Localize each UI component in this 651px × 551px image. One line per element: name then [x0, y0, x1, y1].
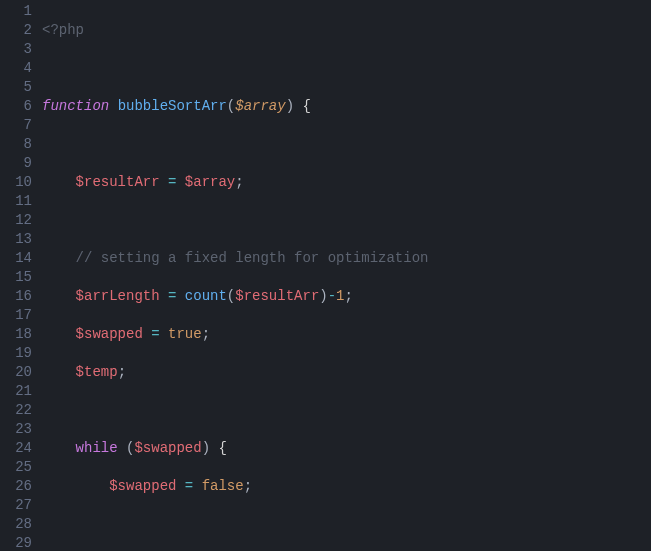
code-line[interactable]: [42, 211, 496, 230]
brace: {: [218, 440, 226, 456]
paren: ): [202, 440, 210, 456]
line-number: 4: [0, 59, 32, 78]
semicolon: ;: [244, 478, 252, 494]
paren: (: [227, 98, 235, 114]
line-number: 13: [0, 230, 32, 249]
code-line[interactable]: $swapped = false;: [42, 477, 496, 496]
operator: =: [151, 326, 159, 342]
number: 1: [336, 288, 344, 304]
line-number: 16: [0, 287, 32, 306]
line-number: 8: [0, 135, 32, 154]
variable: $swapped: [109, 478, 176, 494]
operator: -: [328, 288, 336, 304]
function-call: count: [185, 288, 227, 304]
line-number: 2: [0, 21, 32, 40]
code-line[interactable]: $swapped = true;: [42, 325, 496, 344]
code-line[interactable]: $resultArr = $array;: [42, 173, 496, 192]
boolean: true: [168, 326, 202, 342]
line-number: 11: [0, 192, 32, 211]
semicolon: ;: [235, 174, 243, 190]
line-number: 20: [0, 363, 32, 382]
line-number: 18: [0, 325, 32, 344]
code-line[interactable]: [42, 59, 496, 78]
code-editor[interactable]: <?php function bubbleSortArr($array) { $…: [42, 0, 496, 551]
line-number: 6: [0, 97, 32, 116]
paren: ): [319, 288, 327, 304]
variable: $arrLength: [76, 288, 160, 304]
variable: $resultArr: [235, 288, 319, 304]
line-number-gutter: 1 2 3 4 5 6 7 8 9 10 11 12 13 14 15 16 1…: [0, 0, 42, 551]
line-number: 23: [0, 420, 32, 439]
semicolon: ;: [118, 364, 126, 380]
line-number: 24: [0, 439, 32, 458]
paren: ): [286, 98, 294, 114]
line-number: 14: [0, 249, 32, 268]
variable: $resultArr: [76, 174, 160, 190]
code-line[interactable]: $temp;: [42, 363, 496, 382]
operator: =: [168, 288, 176, 304]
variable: $temp: [76, 364, 118, 380]
line-number: 7: [0, 116, 32, 135]
code-line[interactable]: // setting a fixed length for optimizati…: [42, 249, 496, 268]
line-number: 12: [0, 211, 32, 230]
code-line[interactable]: [42, 515, 496, 534]
keyword: function: [42, 98, 109, 114]
boolean: false: [202, 478, 244, 494]
line-number: 1: [0, 2, 32, 21]
parameter: $array: [235, 98, 285, 114]
brace: {: [302, 98, 310, 114]
code-line[interactable]: $arrLength = count($resultArr)-1;: [42, 287, 496, 306]
semicolon: ;: [345, 288, 353, 304]
variable: $array: [185, 174, 235, 190]
line-number: 22: [0, 401, 32, 420]
comment: // setting a fixed length for optimizati…: [76, 250, 429, 266]
php-tag: <?php: [42, 22, 84, 38]
operator: =: [185, 478, 193, 494]
semicolon: ;: [202, 326, 210, 342]
code-line[interactable]: function bubbleSortArr($array) {: [42, 97, 496, 116]
line-number: 3: [0, 40, 32, 59]
line-number: 26: [0, 477, 32, 496]
line-number: 5: [0, 78, 32, 97]
line-number: 15: [0, 268, 32, 287]
operator: =: [168, 174, 176, 190]
keyword: while: [76, 440, 118, 456]
line-number: 29: [0, 534, 32, 551]
code-line[interactable]: [42, 135, 496, 154]
line-number: 27: [0, 496, 32, 515]
line-number: 9: [0, 154, 32, 173]
line-number: 25: [0, 458, 32, 477]
line-number: 17: [0, 306, 32, 325]
variable: $swapped: [76, 326, 143, 342]
code-line[interactable]: [42, 401, 496, 420]
line-number: 19: [0, 344, 32, 363]
line-number: 10: [0, 173, 32, 192]
code-line[interactable]: while ($swapped) {: [42, 439, 496, 458]
function-name: bubbleSortArr: [118, 98, 227, 114]
line-number: 28: [0, 515, 32, 534]
variable: $swapped: [134, 440, 201, 456]
line-number: 21: [0, 382, 32, 401]
code-line[interactable]: <?php: [42, 21, 496, 40]
paren: (: [227, 288, 235, 304]
